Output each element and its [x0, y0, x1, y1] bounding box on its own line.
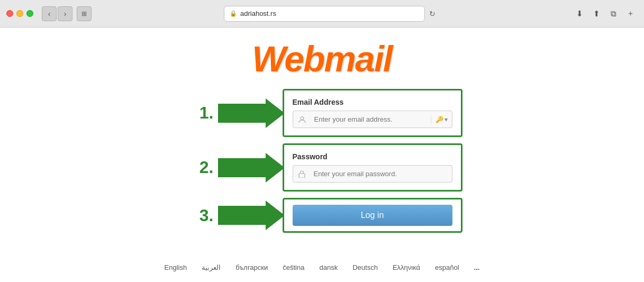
user-icon	[293, 116, 311, 123]
page-content: Webmail 1. Email Address	[0, 28, 644, 282]
address-bar-container: 🔒 adriahost.rs ↻	[96, 6, 568, 22]
download-icon: ⬇	[576, 9, 583, 19]
email-input[interactable]	[311, 111, 431, 128]
step-3-number: 3.	[182, 206, 214, 225]
lang-czech[interactable]: čeština	[283, 263, 304, 271]
download-button[interactable]: ⬇	[572, 6, 587, 21]
chevron-down-icon: ▾	[445, 116, 448, 123]
lang-spanish[interactable]: español	[435, 263, 459, 271]
arrow-1-shaft	[218, 104, 266, 123]
minimize-button[interactable]	[16, 10, 23, 17]
webmail-logo: Webmail	[252, 38, 392, 79]
reload-button[interactable]: ↻	[425, 6, 440, 21]
login-step-row: 3. Log in	[182, 198, 462, 233]
traffic-lights	[6, 10, 33, 17]
lang-greek[interactable]: Ελληνικά	[393, 263, 420, 271]
back-icon: ‹	[48, 10, 51, 18]
nav-buttons: ‹ ›	[42, 6, 72, 21]
arrow-3-shaft	[218, 206, 266, 225]
reading-mode-icon: ⊞	[81, 10, 87, 17]
browser-chrome: ‹ › ⊞ 🔒 adriahost.rs ↻ ⬇ ⬆ ⧉ ＋	[0, 0, 644, 28]
arrow-2-head	[266, 153, 285, 183]
share-button[interactable]: ⬆	[589, 6, 604, 21]
close-button[interactable]	[6, 10, 13, 17]
lang-arabic[interactable]: العربية	[202, 263, 221, 271]
add-tab-icon: ＋	[627, 8, 634, 19]
lang-bulgarian[interactable]: български	[235, 263, 268, 271]
step-2-arrow	[218, 153, 285, 183]
reload-icon: ↻	[429, 10, 436, 18]
key-icon: 🔑	[436, 116, 443, 123]
lang-danish[interactable]: dansk	[319, 263, 338, 271]
add-tab-button[interactable]: ＋	[623, 6, 638, 21]
svg-point-0	[301, 116, 304, 120]
password-form-box: Password	[283, 143, 462, 192]
lock-field-icon	[293, 170, 311, 178]
password-input[interactable]	[311, 166, 452, 182]
url-text: adriahost.rs	[240, 10, 276, 17]
email-input-wrapper: 🔑 ▾	[293, 111, 452, 128]
arrow-1	[218, 98, 285, 128]
language-bar: English العربية български čeština dansk …	[0, 263, 644, 271]
back-button[interactable]: ‹	[42, 6, 57, 21]
forward-icon: ›	[64, 10, 67, 18]
step-1-number: 1.	[182, 103, 214, 123]
email-step-row: 1. Email Address	[182, 89, 462, 137]
arrow-3-head	[266, 201, 285, 230]
arrow-3	[218, 201, 285, 230]
email-label: Email Address	[293, 98, 452, 106]
lock-icon: 🔒	[230, 10, 237, 17]
arrow-1-head	[266, 98, 285, 128]
lang-english[interactable]: English	[165, 263, 187, 271]
password-label: Password	[293, 152, 452, 161]
maximize-button[interactable]	[26, 10, 33, 17]
login-button-box: Log in	[283, 198, 462, 233]
step-2-number: 2.	[182, 158, 214, 177]
step-3-arrow	[218, 201, 285, 230]
new-tab-icon: ⧉	[611, 9, 616, 19]
address-bar[interactable]: 🔒 adriahost.rs	[224, 6, 425, 22]
password-input-wrapper	[293, 165, 452, 183]
forward-button[interactable]: ›	[58, 6, 72, 21]
lang-german[interactable]: Deutsch	[352, 263, 378, 271]
reading-mode-button[interactable]: ⊞	[77, 6, 92, 21]
email-form-box: Email Address 🔑 ▾	[283, 89, 462, 137]
new-tab-button[interactable]: ⧉	[606, 6, 621, 21]
login-area: 1. Email Address	[182, 89, 462, 233]
share-icon: ⬆	[593, 9, 600, 19]
password-step-row: 2. Password	[182, 143, 462, 192]
arrow-2	[218, 153, 285, 183]
lang-more-button[interactable]: ...	[474, 263, 480, 271]
email-dropdown-btn[interactable]: 🔑 ▾	[431, 116, 452, 123]
svg-rect-1	[299, 174, 305, 178]
step-1-arrow	[218, 98, 285, 128]
login-button[interactable]: Log in	[293, 205, 452, 226]
arrow-2-shaft	[218, 158, 266, 177]
toolbar-right: ⬇ ⬆ ⧉ ＋	[572, 6, 638, 21]
